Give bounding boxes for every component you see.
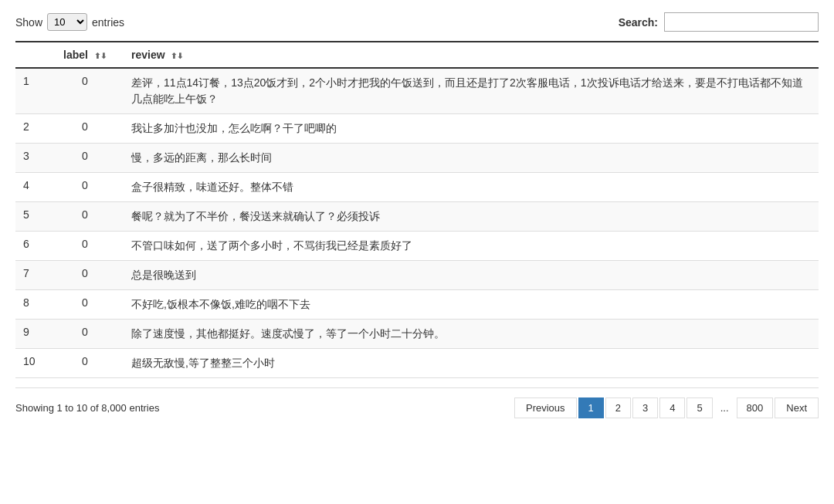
cell-review: 超级无敌慢,等了整整三个小时 (124, 349, 819, 378)
cell-review: 不管口味如何，送了两个多小时，不骂街我已经是素质好了 (124, 232, 819, 261)
cell-label: 0 (46, 290, 124, 320)
cell-label: 0 (46, 68, 124, 114)
cell-label: 0 (46, 144, 124, 173)
cell-index: 6 (15, 232, 46, 261)
table-row: 50餐呢？就为了不半价，餐没送来就确认了？必须投诉 (15, 202, 819, 232)
bottom-controls: Showing 1 to 10 of 8,000 entries Previou… (15, 387, 819, 418)
previous-button[interactable]: Previous (514, 397, 577, 418)
col-label-header[interactable]: label ⬆⬇ (46, 42, 124, 68)
search-bar: Search: (619, 12, 819, 32)
col-review-header[interactable]: review ⬆⬇ (124, 42, 819, 68)
table-row: 90除了速度慢，其他都挺好。速度忒慢了，等了一个小时二十分钟。 (15, 320, 819, 349)
cell-label: 0 (46, 114, 124, 144)
table-row: 40盒子很精致，味道还好。整体不错 (15, 173, 819, 202)
page-button-4[interactable]: 4 (659, 397, 685, 418)
cell-index: 7 (15, 261, 46, 290)
col-review-text: review (131, 49, 165, 61)
pagination: Previous 12345...800Next (514, 397, 819, 418)
next-button[interactable]: Next (775, 397, 819, 418)
header-row: label ⬆⬇ review ⬆⬇ (15, 42, 819, 68)
top-controls: Show 102550100 entries Search: (15, 12, 819, 32)
cell-review: 除了速度慢，其他都挺好。速度忒慢了，等了一个小时二十分钟。 (124, 320, 819, 349)
pagination-ellipsis: ... (714, 398, 735, 418)
cell-index: 5 (15, 202, 46, 232)
table-row: 60不管口味如何，送了两个多小时，不骂街我已经是素质好了 (15, 232, 819, 261)
cell-label: 0 (46, 261, 124, 290)
page-button-3[interactable]: 3 (632, 397, 658, 418)
cell-index: 9 (15, 320, 46, 349)
cell-label: 0 (46, 232, 124, 261)
col-index-header (15, 42, 46, 68)
cell-index: 1 (15, 68, 46, 114)
show-label: Show (15, 16, 42, 29)
review-sort-icon: ⬆⬇ (171, 52, 183, 60)
table-row: 10差评，11点14订餐，13点20饭才到，2个小时才把我的午饭送到，而且还是打… (15, 68, 819, 114)
search-label: Search: (619, 16, 658, 29)
cell-review: 总是很晚送到 (124, 261, 819, 290)
cell-review: 差评，11点14订餐，13点20饭才到，2个小时才把我的午饭送到，而且还是打了2… (124, 68, 819, 114)
label-sort-icon: ⬆⬇ (94, 52, 107, 60)
table-body: 10差评，11点14订餐，13点20饭才到，2个小时才把我的午饭送到，而且还是打… (15, 68, 819, 378)
cell-review: 餐呢？就为了不半价，餐没送来就确认了？必须投诉 (124, 202, 819, 232)
cell-review: 我让多加汁也没加，怎么吃啊？干了吧唧的 (124, 114, 819, 144)
cell-index: 4 (15, 173, 46, 202)
cell-index: 8 (15, 290, 46, 320)
showing-info: Showing 1 to 10 of 8,000 entries (15, 402, 159, 414)
cell-label: 0 (46, 202, 124, 232)
table-header: label ⬆⬇ review ⬆⬇ (15, 42, 819, 68)
page-button-5[interactable]: 5 (687, 397, 712, 418)
page-button-800[interactable]: 800 (737, 397, 774, 418)
entries-select[interactable]: 102550100 (47, 13, 87, 31)
table-row: 70总是很晚送到 (15, 261, 819, 290)
cell-label: 0 (46, 320, 124, 349)
show-entries: Show 102550100 entries (15, 13, 124, 31)
cell-label: 0 (46, 173, 124, 202)
table-row: 100超级无敌慢,等了整整三个小时 (15, 349, 819, 378)
table-row: 80不好吃,饭根本不像饭,难吃的咽不下去 (15, 290, 819, 320)
cell-index: 2 (15, 114, 46, 144)
cell-review: 慢，多远的距离，那么长时间 (124, 144, 819, 173)
col-label-text: label (63, 49, 88, 61)
cell-review: 不好吃,饭根本不像饭,难吃的咽不下去 (124, 290, 819, 320)
table-row: 30慢，多远的距离，那么长时间 (15, 144, 819, 173)
page-button-1[interactable]: 1 (578, 397, 604, 418)
entries-label: entries (92, 16, 124, 29)
data-table: label ⬆⬇ review ⬆⬇ 10差评，11点14订餐，13点20饭才到… (15, 41, 819, 378)
cell-review: 盒子很精致，味道还好。整体不错 (124, 173, 819, 202)
search-input[interactable] (664, 12, 819, 32)
cell-index: 10 (15, 349, 46, 378)
page-button-2[interactable]: 2 (605, 397, 631, 418)
table-row: 20我让多加汁也没加，怎么吃啊？干了吧唧的 (15, 114, 819, 144)
cell-index: 3 (15, 144, 46, 173)
cell-label: 0 (46, 349, 124, 378)
